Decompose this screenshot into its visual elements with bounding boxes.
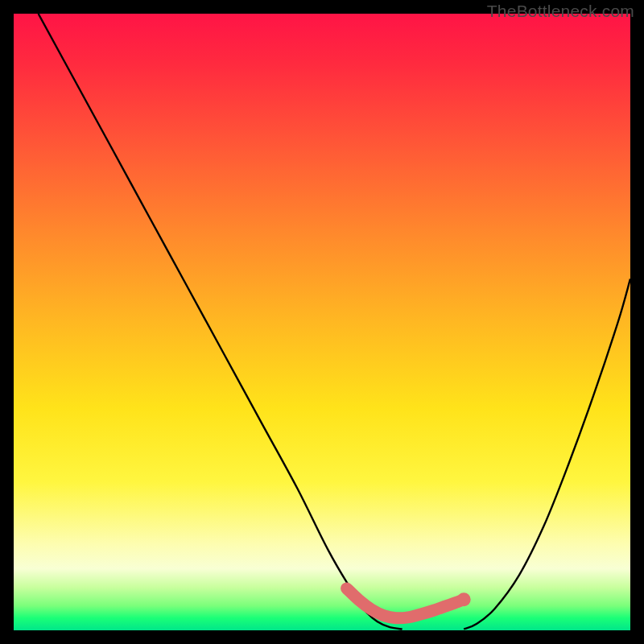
plot-area — [14, 14, 630, 630]
bottom-band — [347, 588, 464, 618]
left-curve — [39, 14, 402, 630]
right-curve — [464, 279, 630, 629]
chart-container: TheBottleneck.com — [0, 0, 644, 644]
marker-dot — [457, 592, 471, 606]
chart-svg — [14, 14, 630, 630]
